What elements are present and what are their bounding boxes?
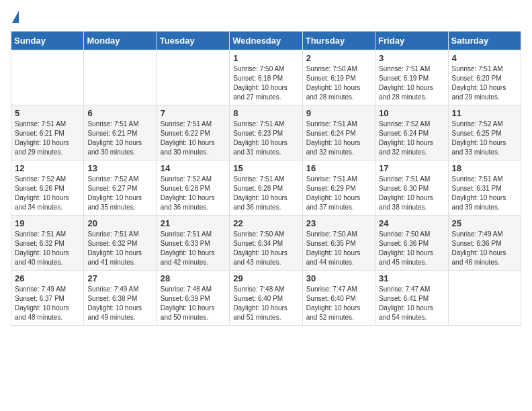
calendar-week-row: 26Sunrise: 7:49 AM Sunset: 6:37 PM Dayli…	[11, 271, 521, 326]
calendar-day-cell: 5Sunrise: 7:51 AM Sunset: 6:21 PM Daylig…	[11, 105, 84, 161]
calendar-day-cell: 14Sunrise: 7:52 AM Sunset: 6:28 PM Dayli…	[157, 161, 229, 216]
day-info: Sunrise: 7:51 AM Sunset: 6:32 PM Dayligh…	[15, 230, 80, 267]
day-of-week-header: Friday	[375, 32, 448, 50]
day-info: Sunrise: 7:51 AM Sunset: 6:19 PM Dayligh…	[379, 64, 444, 102]
calendar-day-cell: 20Sunrise: 7:51 AM Sunset: 6:32 PM Dayli…	[84, 216, 157, 271]
day-info: Sunrise: 7:52 AM Sunset: 6:28 PM Dayligh…	[161, 175, 226, 212]
day-number: 31	[379, 273, 444, 283]
calendar-day-cell: 13Sunrise: 7:52 AM Sunset: 6:27 PM Dayli…	[84, 161, 157, 216]
day-number: 18	[452, 163, 517, 173]
day-of-week-header: Monday	[84, 32, 157, 50]
day-number: 2	[306, 53, 371, 63]
calendar-day-cell	[84, 50, 157, 105]
calendar-day-cell: 25Sunrise: 7:49 AM Sunset: 6:36 PM Dayli…	[448, 216, 521, 271]
calendar-day-cell: 7Sunrise: 7:51 AM Sunset: 6:22 PM Daylig…	[157, 105, 229, 161]
calendar-day-cell: 4Sunrise: 7:51 AM Sunset: 6:20 PM Daylig…	[448, 50, 521, 105]
day-number: 27	[87, 273, 152, 283]
calendar-table: SundayMondayTuesdayWednesdayThursdayFrid…	[11, 31, 521, 326]
calendar-day-cell: 18Sunrise: 7:51 AM Sunset: 6:31 PM Dayli…	[448, 161, 521, 216]
day-info: Sunrise: 7:51 AM Sunset: 6:31 PM Dayligh…	[452, 175, 517, 212]
day-number: 29	[233, 273, 298, 283]
calendar-day-cell	[157, 50, 229, 105]
calendar-header-row: SundayMondayTuesdayWednesdayThursdayFrid…	[11, 32, 521, 50]
day-number: 9	[306, 108, 371, 118]
day-number: 24	[379, 218, 444, 228]
calendar-day-cell: 26Sunrise: 7:49 AM Sunset: 6:37 PM Dayli…	[11, 271, 84, 326]
day-info: Sunrise: 7:50 AM Sunset: 6:36 PM Dayligh…	[379, 230, 444, 267]
calendar-day-cell: 24Sunrise: 7:50 AM Sunset: 6:36 PM Dayli…	[375, 216, 448, 271]
day-number: 22	[233, 218, 298, 228]
calendar-day-cell: 28Sunrise: 7:48 AM Sunset: 6:39 PM Dayli…	[157, 271, 229, 326]
day-info: Sunrise: 7:51 AM Sunset: 6:32 PM Dayligh…	[87, 230, 152, 267]
day-info: Sunrise: 7:51 AM Sunset: 6:30 PM Dayligh…	[379, 175, 444, 212]
day-info: Sunrise: 7:51 AM Sunset: 6:21 PM Dayligh…	[87, 120, 152, 157]
day-info: Sunrise: 7:52 AM Sunset: 6:27 PM Dayligh…	[87, 175, 152, 212]
day-of-week-header: Wednesday	[230, 32, 302, 50]
day-number: 25	[452, 218, 517, 228]
calendar-day-cell: 9Sunrise: 7:51 AM Sunset: 6:24 PM Daylig…	[302, 105, 375, 161]
logo	[11, 11, 19, 23]
day-info: Sunrise: 7:50 AM Sunset: 6:18 PM Dayligh…	[233, 64, 298, 102]
day-number: 28	[161, 273, 226, 283]
calendar-day-cell: 10Sunrise: 7:52 AM Sunset: 6:24 PM Dayli…	[375, 105, 448, 161]
day-number: 19	[15, 218, 80, 228]
calendar-day-cell: 1Sunrise: 7:50 AM Sunset: 6:18 PM Daylig…	[230, 50, 302, 105]
calendar-day-cell: 6Sunrise: 7:51 AM Sunset: 6:21 PM Daylig…	[84, 105, 157, 161]
calendar-day-cell: 21Sunrise: 7:51 AM Sunset: 6:33 PM Dayli…	[157, 216, 229, 271]
calendar-week-row: 19Sunrise: 7:51 AM Sunset: 6:32 PM Dayli…	[11, 216, 521, 271]
day-info: Sunrise: 7:48 AM Sunset: 6:39 PM Dayligh…	[161, 285, 226, 322]
day-number: 23	[306, 218, 371, 228]
day-info: Sunrise: 7:51 AM Sunset: 6:24 PM Dayligh…	[306, 120, 371, 157]
calendar-week-row: 5Sunrise: 7:51 AM Sunset: 6:21 PM Daylig…	[11, 105, 521, 161]
page-header	[11, 11, 521, 23]
day-number: 30	[306, 273, 371, 283]
day-number: 7	[161, 108, 226, 118]
day-info: Sunrise: 7:51 AM Sunset: 6:28 PM Dayligh…	[233, 175, 298, 212]
day-number: 10	[379, 108, 444, 118]
day-number: 13	[87, 163, 152, 173]
day-number: 11	[452, 108, 517, 118]
day-info: Sunrise: 7:51 AM Sunset: 6:33 PM Dayligh…	[161, 230, 226, 267]
day-info: Sunrise: 7:50 AM Sunset: 6:35 PM Dayligh…	[306, 230, 371, 267]
day-info: Sunrise: 7:51 AM Sunset: 6:22 PM Dayligh…	[161, 120, 226, 157]
day-info: Sunrise: 7:50 AM Sunset: 6:34 PM Dayligh…	[233, 230, 298, 267]
calendar-day-cell	[448, 271, 521, 326]
calendar-day-cell: 12Sunrise: 7:52 AM Sunset: 6:26 PM Dayli…	[11, 161, 84, 216]
day-info: Sunrise: 7:49 AM Sunset: 6:37 PM Dayligh…	[15, 285, 80, 322]
day-number: 3	[379, 53, 444, 63]
day-info: Sunrise: 7:51 AM Sunset: 6:23 PM Dayligh…	[233, 120, 298, 157]
day-number: 21	[161, 218, 226, 228]
day-info: Sunrise: 7:51 AM Sunset: 6:29 PM Dayligh…	[306, 175, 371, 212]
calendar-day-cell: 19Sunrise: 7:51 AM Sunset: 6:32 PM Dayli…	[11, 216, 84, 271]
day-info: Sunrise: 7:51 AM Sunset: 6:20 PM Dayligh…	[452, 64, 517, 102]
calendar-day-cell: 8Sunrise: 7:51 AM Sunset: 6:23 PM Daylig…	[230, 105, 302, 161]
day-info: Sunrise: 7:52 AM Sunset: 6:26 PM Dayligh…	[15, 175, 80, 212]
calendar-week-row: 1Sunrise: 7:50 AM Sunset: 6:18 PM Daylig…	[11, 50, 521, 105]
day-number: 17	[379, 163, 444, 173]
day-info: Sunrise: 7:52 AM Sunset: 6:25 PM Dayligh…	[452, 120, 517, 157]
day-number: 20	[87, 218, 152, 228]
day-number: 8	[233, 108, 298, 118]
day-number: 4	[452, 53, 517, 63]
calendar-day-cell: 15Sunrise: 7:51 AM Sunset: 6:28 PM Dayli…	[230, 161, 302, 216]
calendar-day-cell: 11Sunrise: 7:52 AM Sunset: 6:25 PM Dayli…	[448, 105, 521, 161]
day-of-week-header: Tuesday	[157, 32, 229, 50]
day-number: 16	[306, 163, 371, 173]
calendar-day-cell: 17Sunrise: 7:51 AM Sunset: 6:30 PM Dayli…	[375, 161, 448, 216]
day-number: 12	[15, 163, 80, 173]
day-info: Sunrise: 7:50 AM Sunset: 6:19 PM Dayligh…	[306, 64, 371, 102]
calendar-day-cell	[11, 50, 84, 105]
day-number: 15	[233, 163, 298, 173]
day-info: Sunrise: 7:48 AM Sunset: 6:40 PM Dayligh…	[233, 285, 298, 322]
calendar-day-cell: 27Sunrise: 7:49 AM Sunset: 6:38 PM Dayli…	[84, 271, 157, 326]
day-number: 6	[87, 108, 152, 118]
calendar-day-cell: 2Sunrise: 7:50 AM Sunset: 6:19 PM Daylig…	[302, 50, 375, 105]
day-info: Sunrise: 7:49 AM Sunset: 6:36 PM Dayligh…	[452, 230, 517, 267]
day-info: Sunrise: 7:47 AM Sunset: 6:41 PM Dayligh…	[379, 285, 444, 322]
calendar-day-cell: 16Sunrise: 7:51 AM Sunset: 6:29 PM Dayli…	[302, 161, 375, 216]
day-number: 5	[15, 108, 80, 118]
day-info: Sunrise: 7:49 AM Sunset: 6:38 PM Dayligh…	[87, 285, 152, 322]
calendar-day-cell: 30Sunrise: 7:47 AM Sunset: 6:40 PM Dayli…	[302, 271, 375, 326]
calendar-day-cell: 31Sunrise: 7:47 AM Sunset: 6:41 PM Dayli…	[375, 271, 448, 326]
day-info: Sunrise: 7:51 AM Sunset: 6:21 PM Dayligh…	[15, 120, 80, 157]
